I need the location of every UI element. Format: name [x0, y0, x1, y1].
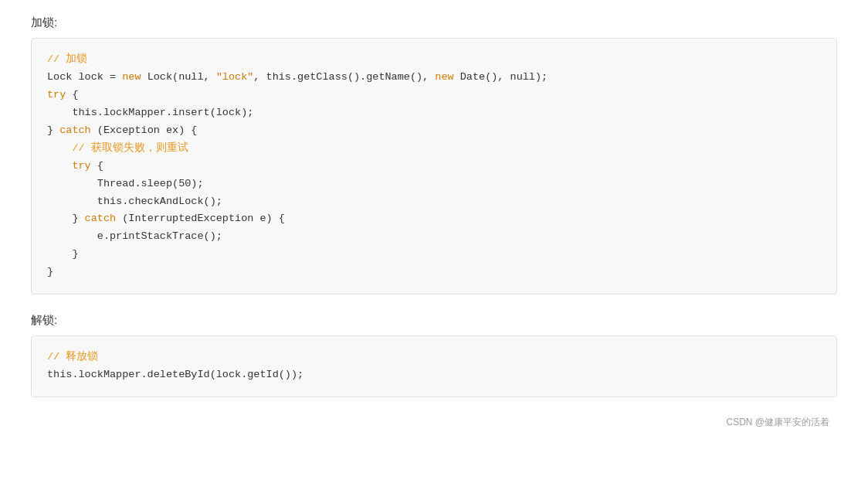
lock-code-block: // 加锁 Lock lock = new Lock(null, "lock",…	[31, 38, 837, 295]
lock-section-label: 加锁:	[31, 15, 837, 30]
unlock-code-block: // 释放锁 this.lockMapper.deleteById(lock.g…	[31, 335, 837, 397]
footer: CSDN @健康平安的活着	[31, 416, 837, 429]
unlock-section-label: 解锁:	[31, 313, 837, 328]
